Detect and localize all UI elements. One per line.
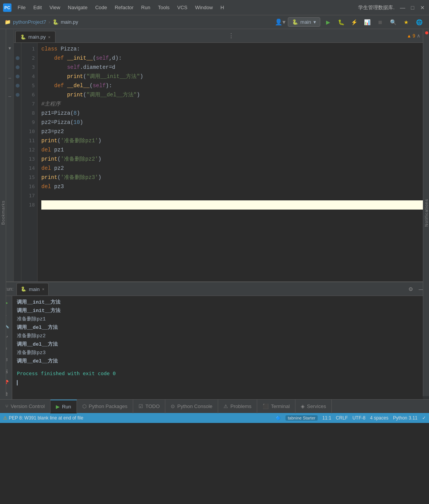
terminal-icon: ⬛ bbox=[263, 403, 269, 409]
tab-todo[interactable]: ☑ TODO bbox=[133, 400, 165, 413]
python-version[interactable]: Python 3.11 bbox=[393, 415, 418, 421]
tab-version-control[interactable]: ⑂ Version Control bbox=[0, 400, 51, 413]
run-tab-close-button[interactable]: × bbox=[42, 287, 44, 291]
tab-problems[interactable]: ⚠ Problems bbox=[218, 400, 257, 413]
linenum-4: 4 bbox=[21, 72, 35, 81]
menu-vcs[interactable]: VCS bbox=[174, 3, 191, 12]
run-tab-main[interactable]: 🐍 main × bbox=[16, 283, 49, 295]
tab-services[interactable]: ◈ Services bbox=[295, 400, 332, 413]
gutter-line-17[interactable] bbox=[14, 191, 21, 200]
menu-tools[interactable]: Tools bbox=[155, 3, 173, 12]
warning-up[interactable]: ∧ bbox=[417, 33, 421, 39]
menu-view[interactable]: View bbox=[46, 3, 63, 12]
linenum-3: 3 bbox=[21, 63, 35, 72]
menu-h[interactable]: H bbox=[217, 3, 227, 12]
gutter-line-18[interactable] bbox=[14, 200, 21, 210]
gutter-line-8[interactable] bbox=[14, 109, 21, 118]
breadcrumb-project[interactable]: pythonProject7 bbox=[13, 19, 46, 25]
coverage-button[interactable]: ⚡ bbox=[349, 17, 359, 28]
collapse-all[interactable]: ▼ bbox=[8, 41, 12, 55]
gutter-line-9[interactable] bbox=[14, 118, 21, 127]
run-configuration-dropdown[interactable]: 🐍 main ▾ bbox=[288, 17, 320, 27]
linenum-15: 15 bbox=[21, 173, 35, 182]
indent[interactable]: 4 spaces bbox=[370, 415, 388, 421]
linenum-9: 9 bbox=[21, 118, 35, 127]
encoding[interactable]: UTF-8 bbox=[352, 415, 365, 421]
gutter-line-6[interactable] bbox=[14, 90, 21, 99]
gutter-line-11[interactable] bbox=[14, 136, 21, 145]
line-ending[interactable]: CRLF bbox=[336, 415, 348, 421]
gutter-line-2[interactable] bbox=[14, 54, 21, 63]
tab-python-console[interactable]: ⊙ Python Console bbox=[165, 400, 218, 413]
status-bar: ⚠ PEP 8: W391 blank line at end of file … bbox=[0, 413, 429, 423]
gutter-line-12[interactable] bbox=[14, 145, 21, 154]
linenum-5: 5 bbox=[21, 81, 35, 90]
tab-terminal[interactable]: ⬛ Terminal bbox=[257, 400, 295, 413]
output-spacer bbox=[17, 366, 418, 369]
run-tab-name: main bbox=[29, 286, 39, 292]
menu-edit[interactable]: Edit bbox=[30, 3, 45, 12]
stop-button[interactable]: ⏹ bbox=[375, 17, 385, 28]
linenum-18: 18 bbox=[21, 200, 35, 210]
gutter-line-3[interactable] bbox=[14, 63, 21, 72]
python-packages-icon: ⬡ bbox=[82, 403, 86, 409]
tab-python-packages[interactable]: ⬡ Python Packages bbox=[77, 400, 133, 413]
gutter-line-1[interactable] bbox=[14, 44, 21, 54]
run-button[interactable]: ▶ bbox=[323, 17, 333, 28]
menu-run[interactable]: Run bbox=[138, 3, 153, 12]
run-config-name: main bbox=[300, 19, 311, 25]
code-editor: 1 2 3 4 5 6 7 8 9 10 11 12 13 14 15 16 1… bbox=[14, 43, 429, 281]
minimize-button[interactable]: — bbox=[399, 4, 406, 11]
python-console-icon: ⊙ bbox=[171, 403, 175, 409]
main-container: Structure ▼ ─ ─ 🐍 main.py × ⋮ ▲ 9 ∧ ∨ bbox=[0, 29, 429, 281]
output-area[interactable]: 调用__init__方法 调用__init__方法 准备删除pz1 调用__de… bbox=[12, 296, 423, 399]
menu-refactor[interactable]: Refactor bbox=[112, 3, 137, 12]
run-tab-label: Run bbox=[62, 404, 71, 410]
bottom-tabs: ⑂ Version Control ▶ Run ⬡ Python Package… bbox=[0, 399, 429, 413]
run-controls: 👤▾ 🐍 main ▾ ▶ 🐛 ⚡ 📊 ⏹ 🔍 ★ 🌐 bbox=[275, 17, 424, 28]
profile-run-button[interactable]: 📊 bbox=[362, 17, 372, 28]
editor-tab-main[interactable]: 🐍 main.py × bbox=[15, 31, 55, 42]
python-console-label: Python Console bbox=[177, 403, 212, 409]
bookmarks-sidebar[interactable]: Bookmarks bbox=[0, 29, 6, 396]
fold-marker-2: ─ bbox=[8, 73, 11, 83]
search-button[interactable]: 🔍 bbox=[388, 17, 398, 28]
profile-icon[interactable]: 👤▾ bbox=[275, 18, 285, 26]
problems-label: Problems bbox=[230, 403, 251, 409]
code-line-15: print('准备删除pz3') bbox=[41, 173, 423, 182]
linenum-7: 7 bbox=[21, 99, 35, 109]
globe-button[interactable]: 🌐 bbox=[414, 17, 424, 28]
bookmark-button[interactable]: ★ bbox=[401, 17, 411, 28]
gutter-line-15[interactable] bbox=[14, 173, 21, 182]
breakpoint-gutter bbox=[14, 43, 21, 281]
notifications-sidebar[interactable]: Notifications bbox=[423, 29, 429, 396]
cursor-position[interactable]: 11:1 bbox=[322, 415, 331, 421]
menu-window[interactable]: Window bbox=[192, 3, 216, 12]
gutter-line-13[interactable] bbox=[14, 154, 21, 164]
linenum-16: 16 bbox=[21, 182, 35, 191]
status-warning[interactable]: ⚠ PEP 8: W391 blank line at end of file bbox=[3, 415, 83, 421]
gutter-line-10[interactable] bbox=[14, 127, 21, 136]
menu-file[interactable]: File bbox=[15, 3, 29, 12]
gutter-line-16[interactable] bbox=[14, 182, 21, 191]
menu-code[interactable]: Code bbox=[92, 3, 110, 12]
gutter-line-7[interactable] bbox=[14, 99, 21, 109]
close-button[interactable]: ✕ bbox=[419, 4, 426, 11]
tabnine-badge[interactable]: tabnine Starter bbox=[285, 415, 318, 421]
code-content[interactable]: class Pizza: def __init__(self,d): self.… bbox=[38, 43, 423, 281]
tab-run[interactable]: ▶ Run bbox=[51, 400, 77, 413]
editor-empty-space[interactable] bbox=[41, 210, 423, 281]
maximize-button[interactable]: □ bbox=[409, 4, 416, 11]
warning-count: ▲ 9 bbox=[407, 33, 415, 39]
tab-more-button[interactable]: ⋮ bbox=[225, 32, 237, 39]
gutter-line-4[interactable] bbox=[14, 72, 21, 81]
tab-close-button[interactable]: × bbox=[48, 35, 51, 39]
debug-button[interactable]: 🐛 bbox=[336, 17, 346, 28]
menu-navigate[interactable]: Navigate bbox=[65, 3, 90, 12]
notifications-label: Notifications bbox=[424, 199, 429, 227]
run-settings-button[interactable]: ⚙ bbox=[406, 285, 415, 294]
editor-area: 🐍 main.py × ⋮ ▲ 9 ∧ ∨ bbox=[14, 29, 429, 281]
todo-label: TODO bbox=[145, 403, 160, 409]
gutter-line-5[interactable] bbox=[14, 81, 21, 90]
gutter-line-14[interactable] bbox=[14, 164, 21, 173]
